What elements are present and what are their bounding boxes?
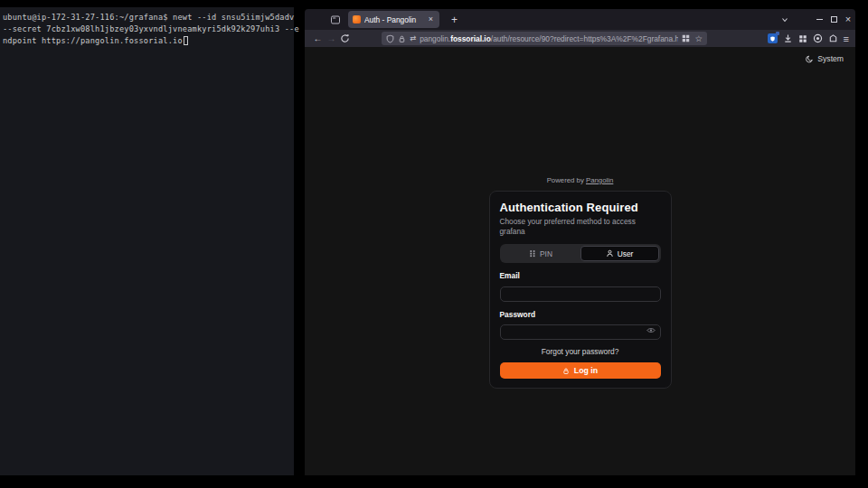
theme-toggle-label: System	[817, 54, 844, 63]
tab-close-icon[interactable]: ×	[427, 14, 435, 24]
apps-grid-icon[interactable]	[798, 34, 807, 43]
terminal-line: ndpoint https://pangolin.fossorial.io	[3, 35, 291, 47]
moon-icon	[806, 55, 814, 63]
tab-user[interactable]: User	[580, 246, 659, 261]
eye-icon	[646, 326, 656, 334]
keypad-icon	[529, 249, 536, 258]
terminal-line: --secret 7cbz1xw08lh1jbzey03yxvndljvneam…	[3, 23, 291, 35]
lock-icon[interactable]	[398, 34, 406, 43]
email-field[interactable]	[500, 286, 661, 302]
toolbar-right-icons: ≡	[768, 33, 849, 44]
navigation-toolbar: ← → ⇄ pangolin.fossorial.io/auth/resourc…	[305, 30, 855, 47]
tab-user-label: User	[618, 249, 634, 258]
window-maximize-button[interactable]	[826, 13, 841, 27]
bookmark-star-icon[interactable]: ☆	[694, 34, 703, 43]
login-button[interactable]: Log in	[500, 362, 661, 379]
tab-pin-label: PIN	[540, 249, 552, 258]
browser-window: Auth - Pangolin × + × ← → ⇄ pangolin.fos…	[305, 9, 855, 475]
window-minimize-button[interactable]	[812, 13, 826, 27]
login-button-label: Log in	[574, 366, 598, 375]
window-close-button[interactable]: ×	[841, 13, 855, 27]
forgot-password-link[interactable]: Forgot your password?	[500, 347, 661, 356]
card-subtitle: Choose your preferred method to access g…	[500, 217, 661, 237]
terminal-cursor	[184, 36, 188, 45]
pangolin-favicon	[353, 15, 361, 23]
email-label: Email	[500, 271, 661, 281]
url-text: pangolin.fossorial.io/auth/resource/90?r…	[420, 34, 678, 43]
tab-pin[interactable]: PIN	[502, 246, 580, 261]
terminal-line: ubuntu@ip-172-31-27-116:~/grafana$ newt …	[3, 12, 291, 23]
auth-method-tabs: PIN User	[500, 244, 661, 263]
switch-arrows-icon[interactable]: ⇄	[410, 34, 416, 42]
record-circle-extension-icon[interactable]	[813, 33, 823, 43]
grid-icon[interactable]	[682, 34, 690, 42]
show-password-button[interactable]	[646, 326, 656, 334]
firefox-view-icon[interactable]	[328, 13, 343, 27]
pangolin-link[interactable]: Pangolin	[586, 176, 613, 184]
terminal-window[interactable]: ubuntu@ip-172-31-27-116:~/grafana$ newt …	[0, 7, 294, 475]
auth-card: Authentication Required Choose your pref…	[489, 191, 672, 389]
tracking-protection-shield-icon[interactable]	[386, 34, 394, 43]
url-bar[interactable]: ⇄ pangolin.fossorial.io/auth/resource/90…	[382, 32, 707, 45]
tab-bar: Auth - Pangolin × + ×	[305, 9, 855, 30]
extensions-icon[interactable]	[828, 33, 838, 43]
forward-button[interactable]: →	[325, 32, 338, 45]
card-title: Authentication Required	[500, 201, 661, 215]
downloads-icon[interactable]	[783, 33, 793, 43]
back-button[interactable]: ←	[311, 32, 325, 45]
reload-button[interactable]	[338, 32, 352, 45]
powered-by: Powered by Pangolin	[489, 176, 672, 184]
user-icon	[606, 249, 614, 258]
password-manager-extension-icon[interactable]	[768, 33, 778, 43]
tab-title: Auth - Pangolin	[364, 15, 423, 24]
lock-icon	[562, 367, 570, 375]
theme-toggle[interactable]: System	[806, 54, 844, 63]
new-tab-button[interactable]: +	[448, 14, 461, 25]
menu-hamburger-icon[interactable]: ≡	[844, 33, 849, 44]
password-label: Password	[500, 310, 661, 320]
browser-tab[interactable]: Auth - Pangolin ×	[348, 11, 439, 28]
password-field[interactable]	[500, 324, 661, 340]
auth-page: System Powered by Pangolin Authenticatio…	[305, 47, 855, 475]
list-tabs-chevron-icon[interactable]	[778, 13, 792, 27]
